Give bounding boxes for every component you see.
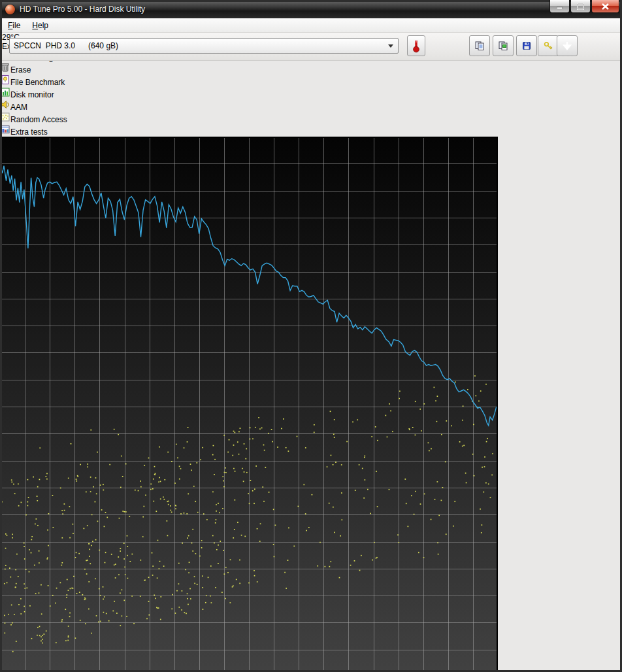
disk-monitor-icon xyxy=(0,87,10,97)
tab-aam[interactable]: AAM xyxy=(0,99,622,112)
menu-file[interactable]: File xyxy=(2,20,26,31)
tab-label: AAM xyxy=(10,103,27,112)
tab-file-benchmark[interactable]: File Benchmark xyxy=(0,75,622,87)
file-benchmark-icon xyxy=(0,75,10,85)
minimize-icon xyxy=(557,3,563,9)
extra-tests-icon xyxy=(0,124,10,135)
close-button[interactable] xyxy=(591,0,619,13)
minimize-button[interactable] xyxy=(549,0,570,13)
thermometer-icon xyxy=(412,39,420,53)
tab-label: File Benchmark xyxy=(10,78,65,87)
copy-image-button[interactable] xyxy=(493,35,514,56)
trash-icon xyxy=(0,62,10,73)
drive-selector-dropdown[interactable]: SPCCN PHD 3.0 (640 gB) xyxy=(9,38,399,54)
temperature-button[interactable] xyxy=(407,35,425,56)
benchmark-chart xyxy=(0,137,622,672)
tab-erase[interactable]: Erase xyxy=(0,62,622,75)
tab-label: Extra tests xyxy=(10,127,48,137)
maximize-icon xyxy=(577,3,584,10)
copy-image-icon xyxy=(498,41,508,51)
tab-label: Random Access xyxy=(10,115,67,124)
chevron-down-icon xyxy=(388,44,393,48)
options-keys-icon xyxy=(543,41,553,51)
tab-random-access[interactable]: Random Access xyxy=(0,112,622,124)
toolbar: SPCCN PHD 3.0 (640 gB) 29°C Exit xyxy=(2,33,620,61)
tab-disk-monitor[interactable]: Disk monitor xyxy=(0,87,622,99)
options-button[interactable] xyxy=(538,35,559,56)
copy-button[interactable] xyxy=(469,35,490,56)
window-title: HD Tune Pro 5.00 - Hard Disk Utility xyxy=(20,5,145,14)
app-icon xyxy=(5,5,15,14)
drive-selector-value: SPCCN PHD 3.0 (640 gB) xyxy=(14,41,118,50)
random-access-icon xyxy=(0,112,10,122)
update-button[interactable] xyxy=(557,35,578,56)
title-bar: HD Tune Pro 5.00 - Hard Disk Utility xyxy=(0,0,622,18)
maximize-button[interactable] xyxy=(570,0,591,13)
close-icon xyxy=(602,3,609,10)
window-controls xyxy=(549,0,619,13)
download-arrow-icon xyxy=(562,41,572,51)
tab-extra-tests[interactable]: Extra tests xyxy=(0,124,622,137)
menu-help[interactable]: Help xyxy=(26,20,54,31)
speaker-icon xyxy=(0,99,10,110)
tab-label: Disk monitor xyxy=(10,90,54,99)
menu-bar: FileHelp xyxy=(2,18,620,33)
copy-icon xyxy=(474,41,485,51)
save-icon xyxy=(521,41,532,51)
tab-label: Erase xyxy=(10,65,31,75)
save-button[interactable] xyxy=(516,35,537,56)
